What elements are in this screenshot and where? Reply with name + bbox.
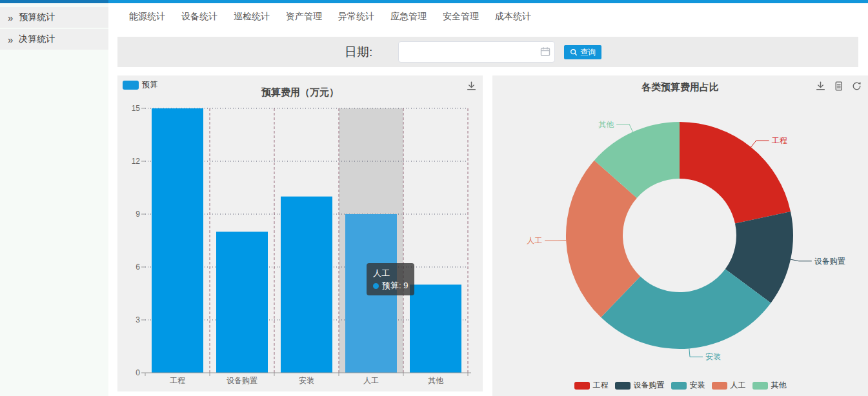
sidebar-item[interactable]: »决算统计 xyxy=(0,29,108,50)
sidebar-item-label: 预算统计 xyxy=(19,12,55,23)
pie-legend-swatch xyxy=(615,382,631,390)
pie-slice-label: 工程 xyxy=(772,136,787,145)
double-angle-right-icon: » xyxy=(8,13,13,23)
svg-text:0: 0 xyxy=(136,368,140,377)
search-button[interactable]: 查询 xyxy=(564,45,601,59)
pie-legend-swatch xyxy=(752,382,768,390)
nav-tab[interactable]: 异常统计 xyxy=(338,11,374,23)
x-axis-label: 设备购置 xyxy=(227,376,257,385)
pie-slice-label: 设备购置 xyxy=(814,257,845,266)
filter-bar: 日期: 查询 xyxy=(117,37,858,67)
x-axis-label: 工程 xyxy=(170,376,185,385)
date-label: 日期: xyxy=(345,44,372,61)
pie-legend-item[interactable]: 安装 xyxy=(671,380,705,391)
x-axis-label: 其他 xyxy=(428,376,444,385)
pie-legend: 工程设备购置安装人工其他 xyxy=(492,380,868,391)
search-button-label: 查询 xyxy=(580,47,596,58)
date-input-wrap xyxy=(398,41,555,63)
svg-text:9: 9 xyxy=(136,210,140,219)
pie-legend-item[interactable]: 其他 xyxy=(752,380,787,391)
pie-legend-swatch xyxy=(671,382,687,390)
sidebar-item[interactable]: »预算统计 xyxy=(0,7,108,28)
pie-legend-label: 工程 xyxy=(593,380,609,391)
nav-tab[interactable]: 资产管理 xyxy=(286,11,322,23)
nav-tab[interactable]: 安全管理 xyxy=(443,11,479,23)
nav-tab[interactable]: 巡检统计 xyxy=(234,11,270,23)
tooltip-title: 人工 xyxy=(373,267,408,279)
search-icon xyxy=(570,48,578,56)
pie-legend-label: 其他 xyxy=(771,380,787,391)
pie-chart-card: 各类预算费用占比 工程设备购置安装人工其他 工程设备购置安装人工其他 xyxy=(492,75,868,396)
svg-text:3: 3 xyxy=(136,315,140,324)
date-input[interactable] xyxy=(398,41,555,63)
svg-text:6: 6 xyxy=(136,262,140,272)
pie-legend-label: 安装 xyxy=(690,380,705,391)
bar[interactable] xyxy=(410,284,461,373)
pie-legend-item[interactable]: 工程 xyxy=(574,380,609,391)
nav-tabs: 能源统计设备统计巡检统计资产管理异常统计应急管理安全管理成本统计 xyxy=(108,3,868,30)
tooltip-series-dot xyxy=(373,283,379,289)
x-axis-label: 人工 xyxy=(363,376,379,385)
nav-tab[interactable]: 设备统计 xyxy=(181,11,217,23)
bar[interactable] xyxy=(281,197,332,373)
chart-tooltip: 人工 预算: 9 xyxy=(367,263,414,295)
nav-tab[interactable]: 能源统计 xyxy=(129,11,165,23)
svg-text:12: 12 xyxy=(132,157,141,166)
sidebar-item-label: 决算统计 xyxy=(19,34,55,45)
sidebar: »预算统计»决算统计 xyxy=(0,3,108,396)
pie-legend-label: 人工 xyxy=(731,380,746,391)
double-angle-right-icon: » xyxy=(8,35,13,45)
svg-text:15: 15 xyxy=(132,104,141,113)
pie-legend-item[interactable]: 设备购置 xyxy=(615,380,665,391)
x-axis-label: 安装 xyxy=(299,376,314,385)
bar-chart: 03691215工程设备购置安装人工其他 xyxy=(117,75,483,391)
pie-slice-label: 其他 xyxy=(598,120,614,129)
bar[interactable] xyxy=(152,108,203,373)
nav-tab[interactable]: 成本统计 xyxy=(495,11,531,23)
pie-legend-label: 设备购置 xyxy=(634,380,665,391)
pie-slice-label: 安装 xyxy=(705,352,721,361)
calendar-icon[interactable] xyxy=(540,46,550,57)
tooltip-value-line: 预算: 9 xyxy=(373,279,408,292)
pie-legend-item[interactable]: 人工 xyxy=(712,380,746,391)
bar-chart-card: 预算 预算费用（万元） 03691215工程设备购置安装人工其他 人工 预算: … xyxy=(117,75,483,391)
pie-slice-label: 人工 xyxy=(527,236,542,245)
bar[interactable] xyxy=(216,232,268,373)
pie-chart: 工程设备购置安装人工其他 xyxy=(492,75,868,396)
pie-legend-swatch xyxy=(574,382,590,390)
pie-legend-swatch xyxy=(712,382,727,390)
nav-tab[interactable]: 应急管理 xyxy=(390,11,427,23)
